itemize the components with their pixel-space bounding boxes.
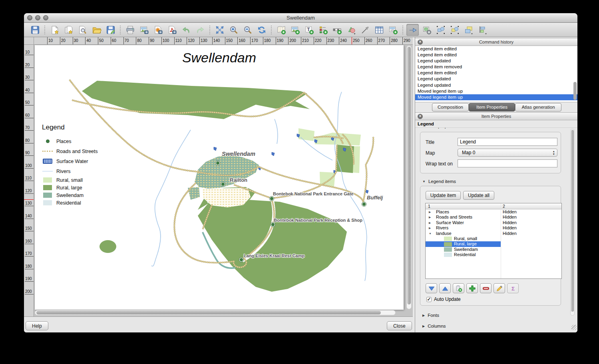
legend-items-section[interactable]: ▼ Legend items [422, 179, 456, 184]
help-button[interactable]: Help [26, 321, 48, 330]
expand-icon[interactable]: ▶ [429, 209, 431, 215]
tab-composition[interactable]: Composition [432, 103, 469, 111]
collapse-icon[interactable]: ▼ [429, 231, 432, 236]
composer-manager-button[interactable] [76, 24, 89, 36]
canvas-horizontal-scrollbar[interactable] [35, 310, 396, 315]
add-table-button[interactable] [373, 24, 385, 36]
layer-row[interactable]: ▶Roads and StreetsHidden [426, 215, 561, 220]
export-image-button[interactable] [138, 24, 150, 36]
v-ruler-tick [25, 118, 34, 118]
tab-item-properties[interactable]: Item Properties [469, 103, 515, 111]
h-ruler-tick [85, 37, 86, 45]
open-button[interactable] [90, 24, 103, 36]
count-symbol-button[interactable]: Σ [507, 283, 519, 293]
add-group-button[interactable] [453, 283, 464, 293]
expand-icon[interactable]: ▶ [429, 220, 431, 225]
select-move-item-button[interactable] [406, 24, 419, 36]
layer-row[interactable]: ▼landuseHidden [426, 231, 561, 236]
redo-button[interactable] [194, 24, 206, 36]
remove-item-button[interactable] [480, 283, 492, 293]
history-item[interactable]: Legend updated [415, 82, 577, 88]
add-image-icon [291, 25, 300, 35]
new-composition-button[interactable] [48, 24, 61, 36]
raise-items-button[interactable] [462, 24, 475, 36]
composition-page[interactable]: Swellendam Legend PlacesRoads and Street… [35, 45, 404, 310]
expand-icon[interactable]: ▶ [429, 225, 431, 231]
history-item[interactable]: Moved legend item up [415, 88, 577, 94]
legend-child-row[interactable]: Rural, large [426, 241, 561, 247]
canvas-vertical-scrollbar[interactable] [406, 46, 412, 309]
align-items-button[interactable] [476, 24, 489, 36]
zoom-in-button[interactable] [227, 24, 240, 36]
main-properties-section[interactable]: ▼ Main properties [422, 128, 458, 131]
resize-grip[interactable] [571, 325, 577, 330]
h-ruler-label: 240 [340, 38, 347, 43]
duplicate-composition-button[interactable] [62, 24, 75, 36]
layer-row[interactable]: ▶Surface WaterHidden [426, 220, 561, 225]
add-scalebar-button[interactable] [331, 24, 343, 36]
command-history-list[interactable]: Legend item editedLegend item editedLege… [415, 46, 577, 102]
legend-child-row[interactable]: Residential [426, 252, 561, 257]
update-item-button[interactable]: Update item [426, 191, 461, 200]
save-button[interactable] [29, 24, 41, 36]
layer-row[interactable]: ▶PlacesHidden [426, 209, 561, 215]
history-item[interactable]: Legend item edited [415, 46, 577, 52]
panel-scrollbar[interactable] [570, 129, 575, 316]
item-properties-scroll[interactable]: ▼ Main properties Title Map Map 0 ▲▼ Wra… [415, 128, 573, 330]
add-map-button[interactable] [275, 24, 287, 36]
add-html-button[interactable]: </> [387, 24, 399, 36]
history-item[interactable]: Moved legend item up [415, 94, 577, 100]
add-item-button[interactable] [466, 283, 478, 293]
add-shape-icon [346, 25, 356, 35]
fonts-section[interactable]: ▶ Fonts [422, 313, 439, 318]
titlebar[interactable]: Swellendam [24, 13, 577, 23]
auto-update-row[interactable]: ✓ Auto Update [426, 296, 461, 302]
h-ruler-label: 70 [125, 38, 129, 43]
map-legend-item[interactable]: Legend PlacesRoads and StreetsSurface Wa… [42, 123, 114, 207]
edit-item-button[interactable] [494, 283, 505, 293]
map-select[interactable]: Map 0 ▲▼ [458, 149, 557, 157]
zoom-out-button[interactable] [241, 24, 254, 36]
update-all-button[interactable]: Update all [463, 191, 494, 200]
export-svg-button[interactable] [152, 24, 164, 36]
layer-row[interactable]: ▶RiversHidden [426, 225, 561, 231]
title-input[interactable] [458, 138, 557, 146]
add-shape-button[interactable] [345, 24, 357, 36]
move-item-content-button[interactable] [420, 24, 433, 36]
close-icon[interactable]: × [418, 114, 423, 119]
command-history-scrollbar[interactable] [573, 47, 577, 101]
add-image-button[interactable] [289, 24, 301, 36]
add-arrow-button[interactable] [359, 24, 371, 36]
history-item[interactable]: Legend item edited [415, 52, 577, 58]
wrap-text-input[interactable] [458, 159, 557, 167]
tab-atlas-generation[interactable]: Atlas generation [515, 103, 561, 111]
close-button[interactable]: Close [387, 321, 412, 330]
ungroup-items-button[interactable] [448, 24, 461, 36]
legend-items-tree[interactable]: 1 2 ▶PlacesHidden▶Roads and StreetsHidde… [425, 203, 562, 279]
expand-icon[interactable]: ▶ [429, 215, 431, 220]
refresh-button[interactable] [255, 24, 268, 36]
history-item[interactable]: Legend updated [415, 76, 577, 82]
history-item[interactable]: Legend item edited [415, 70, 577, 76]
undo-button[interactable] [180, 24, 192, 36]
save-as-button[interactable] [104, 24, 117, 36]
move-down-button[interactable] [426, 283, 437, 293]
add-legend-button[interactable] [317, 24, 329, 36]
zoom-full-button[interactable] [213, 24, 226, 36]
export-pdf-button[interactable] [166, 24, 178, 36]
auto-update-checkbox[interactable]: ✓ [426, 297, 432, 302]
print-button[interactable] [124, 24, 136, 36]
columns-section[interactable]: ▶ Columns [422, 324, 446, 328]
map-label: Bontebok National Park Entrance Gate [273, 191, 354, 196]
close-icon[interactable]: × [418, 40, 423, 45]
add-html-icon: </> [388, 25, 398, 35]
v-ruler-label: 180 [25, 264, 32, 269]
group-items-button[interactable] [434, 24, 447, 36]
history-item[interactable]: Legend item removed [415, 64, 577, 70]
legend-child-row[interactable]: Swellendam [426, 247, 561, 252]
add-label-button[interactable]: T [303, 24, 315, 36]
move-up-button[interactable] [439, 283, 451, 293]
legend-child-row[interactable]: Rural, small [426, 236, 561, 241]
history-item[interactable]: Legend updated [415, 58, 577, 64]
canvas-viewport[interactable]: Swellendam Legend PlacesRoads and Street… [34, 45, 413, 316]
